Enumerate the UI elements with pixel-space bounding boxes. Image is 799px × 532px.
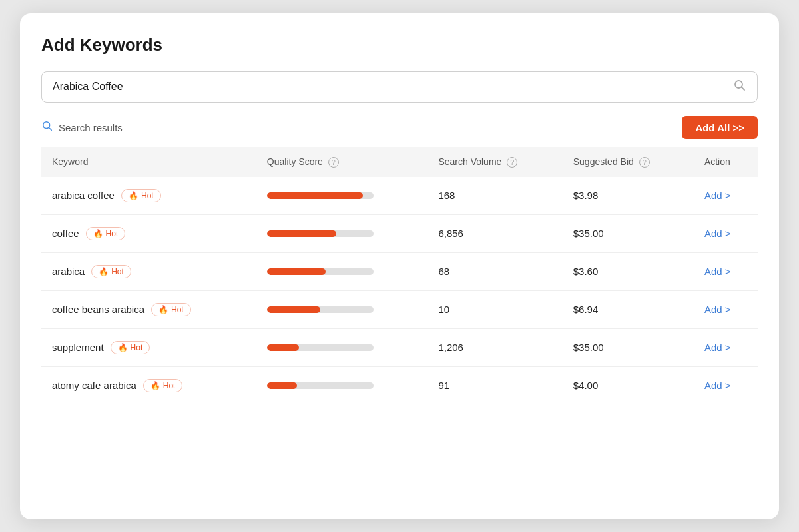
keyword-text: coffee <box>52 228 79 239</box>
add-link[interactable]: Add > <box>704 228 747 239</box>
hot-badge: 🔥Hot <box>111 341 150 354</box>
keyword-cell: supplement 🔥Hot <box>41 328 256 366</box>
quality-score-cell <box>256 252 428 290</box>
table-row: coffee 🔥Hot 6,856$35.00Add > <box>41 214 758 252</box>
add-link[interactable]: Add > <box>704 304 747 315</box>
add-link[interactable]: Add > <box>704 190 747 201</box>
search-volume-cell: 1,206 <box>427 328 562 366</box>
keyword-text: arabica <box>52 266 85 277</box>
quality-score-cell <box>256 366 428 404</box>
keyword-cell: atomy cafe arabica 🔥Hot <box>41 366 256 404</box>
suggested-bid-help-icon[interactable]: ? <box>639 157 650 168</box>
suggested-bid-cell: $35.00 <box>563 214 694 252</box>
quality-bar-fill <box>267 306 320 313</box>
search-volume-cell: 168 <box>427 177 562 215</box>
quality-score-cell <box>256 290 428 328</box>
action-cell: Add > <box>694 366 758 404</box>
fire-icon: 🔥 <box>150 381 160 390</box>
keyword-text: atomy cafe arabica <box>52 380 136 391</box>
results-label-container: Search results <box>41 120 123 135</box>
suggested-bid-cell: $6.94 <box>563 290 694 328</box>
keyword-cell: arabica coffee 🔥Hot <box>41 177 256 215</box>
svg-line-3 <box>49 127 51 130</box>
action-cell: Add > <box>694 214 758 252</box>
table-body: arabica coffee 🔥Hot 168$3.98Add > coffee… <box>41 177 758 404</box>
quality-score-cell <box>256 177 428 215</box>
modal-title: Add Keywords <box>41 35 758 55</box>
table-row: arabica 🔥Hot 68$3.60Add > <box>41 252 758 290</box>
action-cell: Add > <box>694 290 758 328</box>
quality-bar-container <box>267 230 374 237</box>
fire-icon: 🔥 <box>158 305 168 314</box>
quality-bar-fill <box>267 192 363 199</box>
hot-label: Hot <box>171 305 184 314</box>
quality-bar-fill <box>267 382 297 389</box>
results-header: Search results Add All >> <box>41 116 758 139</box>
suggested-bid-cell: $4.00 <box>563 366 694 404</box>
hot-badge: 🔥Hot <box>86 227 126 240</box>
hot-label: Hot <box>163 381 176 390</box>
keyword-cell: coffee beans arabica 🔥Hot <box>41 290 256 328</box>
search-bar <box>41 71 758 103</box>
search-icon-right <box>733 79 746 95</box>
suggested-bid-cell: $35.00 <box>563 328 694 366</box>
suggested-bid-cell: $3.60 <box>563 252 694 290</box>
quality-bar-container <box>267 306 374 313</box>
fire-icon: 🔥 <box>118 343 128 352</box>
keyword-text: arabica coffee <box>52 190 115 201</box>
results-label-text: Search results <box>59 122 123 133</box>
col-action: Action <box>694 147 758 177</box>
hot-label: Hot <box>106 229 119 238</box>
col-suggested-bid: Suggested Bid ? <box>563 147 694 177</box>
table-row: coffee beans arabica 🔥Hot 10$6.94Add > <box>41 290 758 328</box>
fire-icon: 🔥 <box>129 191 138 200</box>
add-link[interactable]: Add > <box>704 342 747 353</box>
quality-score-help-icon[interactable]: ? <box>328 157 339 168</box>
keywords-table: Keyword Quality Score ? Search Volume ? … <box>41 147 758 404</box>
table-row: supplement 🔥Hot 1,206$35.00Add > <box>41 328 758 366</box>
action-cell: Add > <box>694 328 758 366</box>
keyword-text: coffee beans arabica <box>52 304 144 315</box>
add-link[interactable]: Add > <box>704 380 747 391</box>
hot-label: Hot <box>111 267 124 276</box>
search-input[interactable] <box>53 81 733 93</box>
add-keywords-modal: Add Keywords Search results Add All >> <box>20 13 779 519</box>
quality-score-cell <box>256 328 428 366</box>
suggested-bid-cell: $3.98 <box>563 177 694 215</box>
search-volume-cell: 10 <box>427 290 562 328</box>
quality-bar-fill <box>267 268 326 275</box>
add-all-button[interactable]: Add All >> <box>682 116 758 139</box>
fire-icon: 🔥 <box>99 267 109 276</box>
col-quality-score: Quality Score ? <box>256 147 428 177</box>
quality-bar-fill <box>267 230 336 237</box>
table-row: arabica coffee 🔥Hot 168$3.98Add > <box>41 177 758 215</box>
keyword-text: supplement <box>52 342 104 353</box>
quality-score-cell <box>256 214 428 252</box>
quality-bar-fill <box>267 344 299 351</box>
action-cell: Add > <box>694 177 758 215</box>
search-volume-cell: 6,856 <box>427 214 562 252</box>
col-search-volume: Search Volume ? <box>427 147 562 177</box>
add-link[interactable]: Add > <box>704 266 747 277</box>
keyword-cell: coffee 🔥Hot <box>41 214 256 252</box>
hot-badge: 🔥Hot <box>151 303 191 316</box>
search-volume-cell: 91 <box>427 366 562 404</box>
table-row: atomy cafe arabica 🔥Hot 91$4.00Add > <box>41 366 758 404</box>
quality-bar-container <box>267 268 374 275</box>
search-volume-cell: 68 <box>427 252 562 290</box>
hot-label: Hot <box>141 191 154 200</box>
quality-bar-container <box>267 192 374 199</box>
results-search-icon <box>41 120 53 135</box>
search-volume-help-icon[interactable]: ? <box>507 157 517 168</box>
hot-badge: 🔥Hot <box>121 189 161 202</box>
action-cell: Add > <box>694 252 758 290</box>
svg-line-1 <box>742 87 745 90</box>
hot-label: Hot <box>131 343 143 352</box>
hot-badge: 🔥Hot <box>91 265 131 278</box>
hot-badge: 🔥Hot <box>143 379 183 392</box>
quality-bar-container <box>267 344 374 351</box>
keyword-cell: arabica 🔥Hot <box>41 252 256 290</box>
col-keyword: Keyword <box>41 147 256 177</box>
table-header: Keyword Quality Score ? Search Volume ? … <box>41 147 758 177</box>
quality-bar-container <box>267 382 374 389</box>
